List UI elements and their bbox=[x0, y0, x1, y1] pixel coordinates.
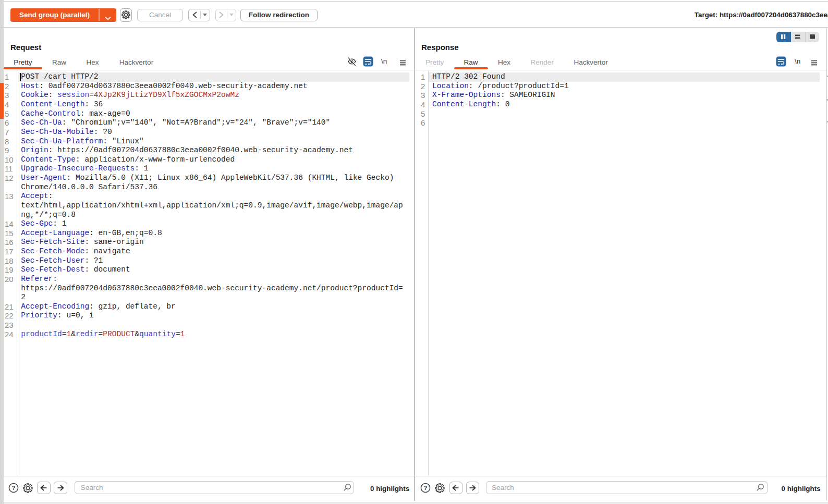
svg-text:?: ? bbox=[424, 485, 428, 491]
svg-text:?: ? bbox=[11, 485, 15, 491]
